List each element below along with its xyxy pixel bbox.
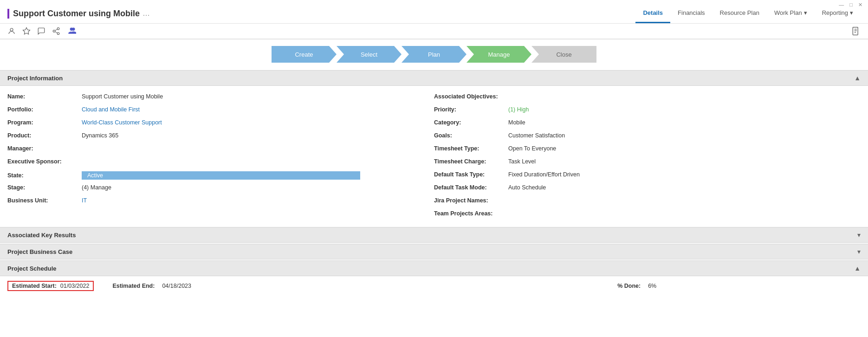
main-nav: Details Financials Resource Plan Work Pl… xyxy=(635,4,861,23)
field-business-unit: Business Unit: IT xyxy=(7,195,434,207)
step-create-shape[interactable]: Create xyxy=(272,46,337,63)
project-schedule-title: Project Schedule xyxy=(7,265,56,272)
page-icon-container xyxy=(851,26,861,36)
field-program: Program: World-Class Customer Support xyxy=(7,117,434,130)
comment-icon[interactable] xyxy=(37,27,45,35)
portfolio-link[interactable]: Cloud and Mobile First xyxy=(82,106,140,113)
step-manage-shape[interactable]: Manage xyxy=(466,46,531,63)
field-timesheet-type: Timesheet Type: Open To Everyone xyxy=(434,143,861,156)
step-plan[interactable]: Plan xyxy=(402,46,466,63)
minimize-button[interactable]: — xyxy=(837,2,846,8)
priority-value: (1) High xyxy=(508,106,529,113)
project-info-grid: Name: Support Customer using Mobile Port… xyxy=(7,91,861,220)
svg-point-4 xyxy=(57,32,59,35)
teams-icon[interactable] xyxy=(67,26,76,36)
svg-point-0 xyxy=(10,28,13,31)
close-button[interactable]: ✕ xyxy=(856,2,864,8)
step-plan-shape[interactable]: Plan xyxy=(402,46,466,63)
nav-financials[interactable]: Financials xyxy=(670,4,713,23)
svg-point-2 xyxy=(57,28,59,30)
estimated-end-value: 04/18/2023 xyxy=(162,283,191,289)
estimated-end-field: Estimated End: 04/18/2023 xyxy=(94,283,599,289)
estimated-start-value: 01/03/2022 xyxy=(60,283,90,289)
maximize-button[interactable]: □ xyxy=(848,2,855,8)
nav-work-plan[interactable]: Work Plan ▾ xyxy=(767,4,815,23)
field-portfolio: Portfolio: Cloud and Mobile First xyxy=(7,104,434,117)
svg-marker-1 xyxy=(23,28,30,34)
app-header: Support Customer using Mobile … Details … xyxy=(0,0,868,24)
project-info-left: Name: Support Customer using Mobile Port… xyxy=(7,91,434,220)
field-timesheet-charge: Timesheet Charge: Task Level xyxy=(434,156,861,168)
project-business-case-toggle[interactable]: ▾ xyxy=(857,248,861,255)
step-manage[interactable]: Manage xyxy=(466,46,531,63)
svg-point-3 xyxy=(53,30,55,32)
step-create[interactable]: Create xyxy=(272,46,337,63)
step-close-shape[interactable]: Close xyxy=(531,46,596,63)
nav-resource-plan[interactable]: Resource Plan xyxy=(713,4,767,23)
program-link[interactable]: World-Class Customer Support xyxy=(82,119,162,126)
svg-line-5 xyxy=(55,32,57,33)
project-business-case-title: Project Business Case xyxy=(7,248,72,255)
work-plan-dropdown-icon: ▾ xyxy=(804,9,807,16)
page-title: Support Customer using Mobile xyxy=(7,9,140,19)
field-executive-sponsor: Executive Sponsor: xyxy=(7,156,434,168)
project-business-case-header[interactable]: Project Business Case ▾ xyxy=(0,244,868,259)
project-information-toggle[interactable]: ▲ xyxy=(854,74,861,82)
field-category: Category: Mobile xyxy=(434,117,861,130)
project-information-content: Name: Support Customer using Mobile Port… xyxy=(0,86,868,226)
field-jira-project-names: Jira Project Names: xyxy=(434,195,861,207)
percent-done-label: % Done: xyxy=(617,283,641,289)
field-name: Name: Support Customer using Mobile xyxy=(7,91,434,104)
reporting-dropdown-icon: ▾ xyxy=(850,9,853,16)
page-record-icon[interactable] xyxy=(851,26,861,36)
associated-key-results-toggle[interactable]: ▾ xyxy=(857,231,861,239)
percent-done-field: % Done: 6% xyxy=(599,283,861,289)
field-priority: Priority: (1) High xyxy=(434,104,861,117)
state-badge[interactable]: Active xyxy=(82,171,360,180)
field-associated-objectives: Associated Objectives: xyxy=(434,91,861,104)
project-information-header[interactable]: Project Information ▲ xyxy=(0,70,868,86)
star-icon[interactable] xyxy=(22,27,31,35)
business-unit-link[interactable]: IT xyxy=(82,197,87,204)
step-close[interactable]: Close xyxy=(531,46,596,63)
field-product: Product: Dynamics 365 xyxy=(7,130,434,143)
field-goals: Goals: Customer Satisfaction xyxy=(434,130,861,143)
svg-rect-7 xyxy=(853,27,858,35)
project-schedule-content: Estimated Start: 01/03/2022 Estimated En… xyxy=(0,276,868,296)
nav-details[interactable]: Details xyxy=(635,4,670,23)
field-default-task-mode: Default Task Mode: Auto Schedule xyxy=(434,182,861,194)
associated-key-results-title: Associated Key Results xyxy=(7,232,76,239)
step-select-shape[interactable]: Select xyxy=(337,46,402,63)
field-team-projects-areas: Team Projects Areas: xyxy=(434,208,861,220)
associated-key-results-header[interactable]: Associated Key Results ▾ xyxy=(0,227,868,243)
field-state: State: Active xyxy=(7,169,434,181)
field-manager: Manager: xyxy=(7,143,434,156)
estimated-start-label: Estimated Start: xyxy=(12,283,57,289)
title-more-icon[interactable]: … xyxy=(143,9,150,18)
project-information-title: Project Information xyxy=(7,75,63,82)
progress-steps: Create Select Plan Manage Close xyxy=(0,39,868,69)
header-left: Support Customer using Mobile … xyxy=(7,9,150,19)
estimated-end-label: Estimated End: xyxy=(112,283,155,289)
percent-done-value: 6% xyxy=(648,283,656,289)
project-schedule-toggle[interactable]: ▲ xyxy=(854,265,861,272)
project-info-right: Associated Objectives: Priority: (1) Hig… xyxy=(434,91,861,220)
action-toolbar xyxy=(0,24,868,39)
svg-line-6 xyxy=(55,29,57,31)
field-default-task-type: Default Task Type: Fixed Duration/Effort… xyxy=(434,169,861,181)
field-stage: Stage: (4) Manage xyxy=(7,182,434,194)
share-icon[interactable] xyxy=(52,27,60,35)
step-select[interactable]: Select xyxy=(337,46,402,63)
estimated-start-field: Estimated Start: 01/03/2022 xyxy=(7,281,94,291)
project-schedule-header[interactable]: Project Schedule ▲ xyxy=(0,260,868,276)
user-icon[interactable] xyxy=(7,27,16,35)
